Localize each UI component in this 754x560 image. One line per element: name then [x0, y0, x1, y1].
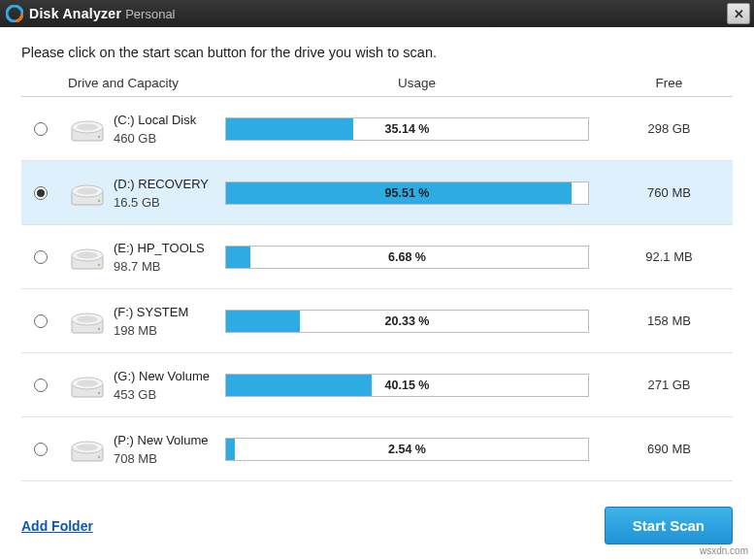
- app-icon: [6, 5, 23, 22]
- drive-free: 760 MB: [608, 185, 730, 200]
- drive-capacity: 98.7 MB: [114, 259, 225, 274]
- drive-capacity: 460 GB: [114, 131, 225, 146]
- drive-capacity: 453 GB: [114, 387, 225, 402]
- header-drive: Drive and Capacity: [21, 76, 225, 90]
- usage-percent: 20.33 %: [226, 311, 588, 332]
- svg-point-21: [97, 391, 99, 393]
- svg-point-20: [77, 379, 98, 386]
- svg-point-12: [77, 251, 98, 258]
- usage-bar: 6.68 %: [225, 246, 589, 269]
- drive-label: (C:) Local Disk: [114, 113, 225, 127]
- drive-capacity: 198 MB: [114, 323, 225, 338]
- svg-point-25: [97, 455, 99, 457]
- usage-percent: 2.54 %: [226, 439, 588, 460]
- column-headers: Drive and Capacity Usage Free: [21, 70, 733, 97]
- close-button[interactable]: ✕: [727, 3, 750, 24]
- svg-point-13: [97, 263, 99, 265]
- drive-icon: [60, 370, 114, 401]
- usage-bar: 35.14 %: [225, 117, 589, 141]
- drive-icon: [60, 434, 114, 465]
- drive-free: 271 GB: [608, 378, 730, 392]
- drive-label: (D:) RECOVERY: [114, 177, 225, 191]
- drive-radio[interactable]: [34, 122, 48, 136]
- drive-free: 92.1 MB: [608, 249, 730, 264]
- drive-row[interactable]: (D:) RECOVERY 16.5 GB 95.51 % 760 MB: [21, 161, 733, 225]
- drive-radio[interactable]: [34, 186, 48, 200]
- drive-label: (G:) New Volume: [114, 369, 225, 383]
- drive-radio[interactable]: [34, 250, 48, 264]
- usage-bar: 2.54 %: [225, 438, 589, 461]
- drive-icon: [60, 306, 114, 337]
- app-title: Disk Analyzer: [29, 6, 121, 21]
- svg-point-17: [97, 327, 99, 329]
- drive-icon: [60, 178, 114, 209]
- drive-row[interactable]: (F:) SYSTEM 198 MB 20.33 % 158 MB: [21, 289, 733, 353]
- usage-percent: 40.15 %: [226, 375, 588, 396]
- usage-bar: 95.51 %: [225, 181, 589, 205]
- drive-radio[interactable]: [34, 314, 48, 328]
- app-subtitle: Personal: [125, 7, 175, 21]
- svg-point-5: [97, 135, 99, 137]
- svg-point-4: [77, 123, 98, 130]
- usage-bar: 40.15 %: [225, 374, 589, 397]
- drive-row[interactable]: (G:) New Volume 453 GB 40.15 % 271 GB: [21, 353, 733, 417]
- header-free: Free: [608, 76, 730, 90]
- svg-point-16: [77, 315, 98, 322]
- drive-free: 158 MB: [608, 313, 730, 328]
- usage-percent: 35.14 %: [226, 118, 588, 140]
- drive-capacity: 708 MB: [114, 451, 225, 466]
- svg-point-9: [97, 199, 99, 201]
- drive-free: 690 MB: [608, 442, 730, 456]
- drive-icon: [60, 114, 114, 145]
- drive-radio[interactable]: [34, 379, 48, 392]
- drive-list: (C:) Local Disk 460 GB 35.14 % 298 GB (D…: [21, 97, 733, 481]
- drive-icon: [60, 242, 114, 273]
- watermark: wsxdn.com: [700, 545, 748, 556]
- drive-row[interactable]: (C:) Local Disk 460 GB 35.14 % 298 GB: [21, 97, 733, 161]
- drive-row[interactable]: (E:) HP_TOOLS 98.7 MB 6.68 % 92.1 MB: [21, 225, 733, 289]
- usage-bar: 20.33 %: [225, 310, 589, 333]
- instruction-text: Please click on the start scan button fo…: [21, 45, 733, 60]
- drive-label: (P:) New Volume: [114, 433, 225, 447]
- drive-free: 298 GB: [608, 121, 730, 136]
- usage-percent: 6.68 %: [226, 247, 588, 268]
- titlebar: Disk Analyzer Personal ✕: [0, 0, 754, 27]
- header-usage: Usage: [225, 76, 608, 90]
- add-folder-link[interactable]: Add Folder: [21, 518, 93, 534]
- svg-point-8: [77, 187, 98, 194]
- close-icon: ✕: [734, 7, 744, 21]
- drive-label: (F:) SYSTEM: [114, 305, 225, 319]
- drive-radio[interactable]: [34, 443, 48, 456]
- drive-label: (E:) HP_TOOLS: [114, 241, 225, 255]
- drive-row[interactable]: (P:) New Volume 708 MB 2.54 % 690 MB: [21, 417, 733, 481]
- usage-percent: 95.51 %: [226, 182, 588, 204]
- drive-capacity: 16.5 GB: [114, 195, 225, 210]
- svg-point-24: [77, 444, 98, 450]
- start-scan-button[interactable]: Start Scan: [605, 507, 733, 544]
